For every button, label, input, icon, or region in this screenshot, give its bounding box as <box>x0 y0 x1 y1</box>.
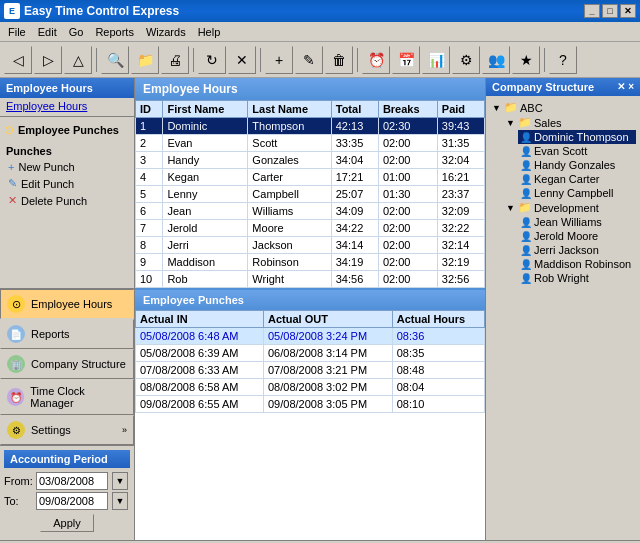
toolbar-folder[interactable]: 📁 <box>131 46 159 74</box>
nav-settings[interactable]: ⚙ Settings » <box>0 415 134 445</box>
toolbar-up[interactable]: △ <box>64 46 92 74</box>
close-button[interactable]: ✕ <box>620 4 636 18</box>
toolbar-settings[interactable]: ⚙ <box>452 46 480 74</box>
sidebar-new-punch[interactable]: + New Punch <box>0 159 134 175</box>
sidebar-delete-punch[interactable]: ✕ Delete Punch <box>0 192 134 209</box>
nav-time-clock[interactable]: ⏰ Time Clock Manager <box>0 379 134 415</box>
table-row[interactable]: 6 Jean Williams 34:09 02:00 32:09 <box>136 203 485 220</box>
cell-paid: 23:37 <box>437 186 484 203</box>
company-structure-close[interactable]: ✕ × <box>617 81 634 93</box>
member-evan[interactable]: 👤 Evan Scott <box>518 144 636 158</box>
toolbar-delete[interactable]: 🗑 <box>325 46 353 74</box>
cell-last: Scott <box>248 135 331 152</box>
nav-buttons: ⊙ Employee Hours 📄 Reports 🏢 Company Str… <box>0 288 134 445</box>
toolbar-separator-4 <box>357 48 358 72</box>
menu-go[interactable]: Go <box>63 24 90 40</box>
toolbar-search[interactable]: 🔍 <box>101 46 129 74</box>
toolbar-back[interactable]: ◁ <box>4 46 32 74</box>
nav-company-structure[interactable]: 🏢 Company Structure <box>0 349 134 379</box>
menu-edit[interactable]: Edit <box>32 24 63 40</box>
member-dominic[interactable]: 👤 Dominic Thompson <box>518 130 636 144</box>
toolbar-star[interactable]: ★ <box>512 46 540 74</box>
member-jerold[interactable]: 👤 Jerold Moore <box>518 229 636 243</box>
from-dropdown[interactable]: ▼ <box>112 472 128 490</box>
employee-table-container[interactable]: ID First Name Last Name Total Breaks Pai… <box>135 100 485 288</box>
cell-id: 5 <box>136 186 163 203</box>
table-row[interactable]: 5 Lenny Campbell 25:07 01:30 23:37 <box>136 186 485 203</box>
cell-last: Thompson <box>248 118 331 135</box>
toolbar-refresh[interactable]: ↻ <box>198 46 226 74</box>
maximize-button[interactable]: □ <box>602 4 618 18</box>
cell-last: Gonzales <box>248 152 331 169</box>
member-kegan[interactable]: 👤 Kegan Carter <box>518 172 636 186</box>
apply-button[interactable]: Apply <box>40 514 94 532</box>
cell-first: Maddison <box>163 254 248 271</box>
toolbar-chart[interactable]: 📊 <box>422 46 450 74</box>
table-row[interactable]: 7 Jerold Moore 34:22 02:00 32:22 <box>136 220 485 237</box>
jean-label: Jean Williams <box>534 216 602 228</box>
to-input[interactable] <box>36 492 108 510</box>
member-handy[interactable]: 👤 Handy Gonzales <box>518 158 636 172</box>
toolbar-new[interactable]: + <box>265 46 293 74</box>
member-jerri[interactable]: 👤 Jerri Jackson <box>518 243 636 257</box>
menu-help[interactable]: Help <box>192 24 227 40</box>
toolbar-help[interactable]: ? <box>549 46 577 74</box>
sidebar-punches-section: Punches <box>0 143 134 159</box>
window-controls[interactable]: _ □ ✕ <box>584 4 636 18</box>
cell-in: 05/08/2008 6:39 AM <box>136 345 264 362</box>
toolbar-print[interactable]: 🖨 <box>161 46 189 74</box>
tree-root[interactable]: ▼ 📁 ABC <box>490 100 636 115</box>
table-row[interactable]: 3 Handy Gonzales 34:04 02:00 32:04 <box>136 152 485 169</box>
menu-file[interactable]: File <box>2 24 32 40</box>
table-row[interactable]: 05/08/2008 6:48 AM 05/08/2008 3:24 PM 08… <box>136 328 485 345</box>
tree-group-development[interactable]: ▼ 📁 Development <box>504 200 636 215</box>
table-row[interactable]: 2 Evan Scott 33:35 02:00 31:35 <box>136 135 485 152</box>
cell-first: Rob <box>163 271 248 288</box>
table-row[interactable]: 9 Maddison Robinson 34:19 02:00 32:19 <box>136 254 485 271</box>
member-jean[interactable]: 👤 Jean Williams <box>518 215 636 229</box>
minimize-button[interactable]: _ <box>584 4 600 18</box>
table-row[interactable]: 1 Dominic Thompson 42:13 02:30 39:43 <box>136 118 485 135</box>
table-row[interactable]: 05/08/2008 6:39 AM 06/08/2008 3:14 PM 08… <box>136 345 485 362</box>
sidebar-employee-punches-row[interactable]: ⊙ Employee Punches <box>0 119 134 139</box>
toolbar-calendar[interactable]: 📅 <box>392 46 420 74</box>
table-row[interactable]: 08/08/2008 6:58 AM 08/08/2008 3:02 PM 08… <box>136 379 485 396</box>
cell-in: 08/08/2008 6:58 AM <box>136 379 264 396</box>
member-lenny[interactable]: 👤 Lenny Campbell <box>518 186 636 200</box>
sidebar-employee-punches-label: Employee Punches <box>18 124 119 136</box>
punches-section: Employee Punches Actual IN Actual OUT Ac… <box>135 288 485 413</box>
cell-breaks: 02:00 <box>378 254 437 271</box>
cell-hours: 08:48 <box>392 362 484 379</box>
table-row[interactable]: 4 Kegan Carter 17:21 01:00 16:21 <box>136 169 485 186</box>
sidebar-edit-punch[interactable]: ✎ Edit Punch <box>0 175 134 192</box>
toolbar-stop[interactable]: ✕ <box>228 46 256 74</box>
cell-id: 10 <box>136 271 163 288</box>
menu-reports[interactable]: Reports <box>89 24 140 40</box>
member-rob[interactable]: 👤 Rob Wright <box>518 271 636 285</box>
table-row[interactable]: 09/08/2008 6:55 AM 09/08/2008 3:05 PM 08… <box>136 396 485 413</box>
nav-employee-hours[interactable]: ⊙ Employee Hours <box>0 289 134 319</box>
table-row[interactable]: 10 Rob Wright 34:56 02:00 32:56 <box>136 271 485 288</box>
menu-wizards[interactable]: Wizards <box>140 24 192 40</box>
cell-out: 09/08/2008 3:05 PM <box>264 396 393 413</box>
from-input[interactable] <box>36 472 108 490</box>
table-row[interactable]: 07/08/2008 6:33 AM 07/08/2008 3:21 PM 08… <box>136 362 485 379</box>
nav-reports[interactable]: 📄 Reports <box>0 319 134 349</box>
cell-last: Wright <box>248 271 331 288</box>
col-id: ID <box>136 101 163 118</box>
toolbar-forward[interactable]: ▷ <box>34 46 62 74</box>
to-dropdown[interactable]: ▼ <box>112 492 128 510</box>
table-row[interactable]: 8 Jerri Jackson 34:14 02:00 32:14 <box>136 237 485 254</box>
cell-last: Carter <box>248 169 331 186</box>
toolbar-edit[interactable]: ✎ <box>295 46 323 74</box>
member-maddison[interactable]: 👤 Maddison Robinson <box>518 257 636 271</box>
dev-label: Development <box>534 202 599 214</box>
toolbar-users[interactable]: 👥 <box>482 46 510 74</box>
sidebar-employee-hours-link[interactable]: Employee Hours <box>0 98 134 114</box>
delete-punch-icon: ✕ <box>8 194 17 207</box>
cell-breaks: 02:00 <box>378 220 437 237</box>
toolbar-clock[interactable]: ⏰ <box>362 46 390 74</box>
tree-group-sales[interactable]: ▼ 📁 Sales <box>504 115 636 130</box>
cell-paid: 32:19 <box>437 254 484 271</box>
cell-last: Jackson <box>248 237 331 254</box>
